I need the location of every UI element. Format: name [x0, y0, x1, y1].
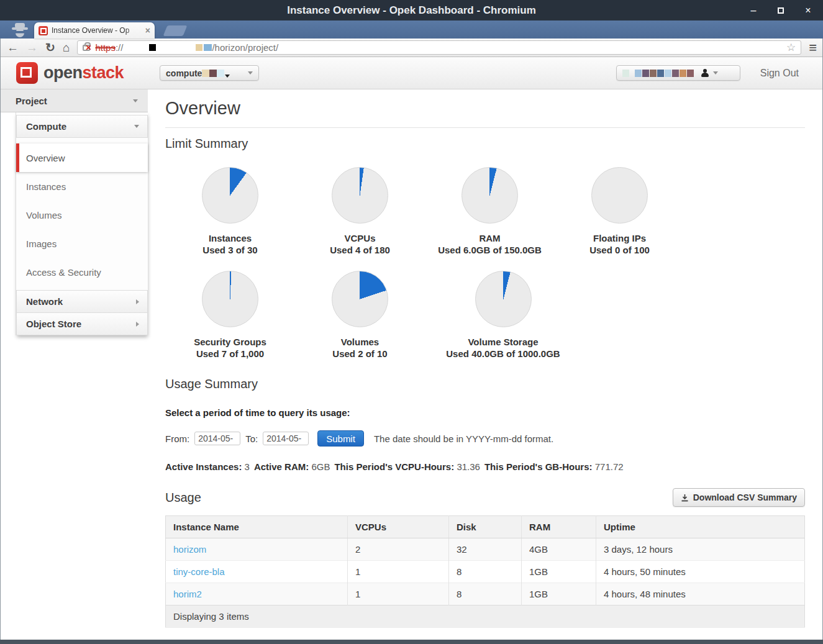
- table-header-row: Instance Name VCPUs Disk RAM Uptime: [166, 516, 805, 538]
- redaction-block: [672, 70, 679, 77]
- reload-icon[interactable]: ↻: [45, 42, 55, 53]
- cell-disk: 32: [449, 538, 522, 561]
- cell-disk: 8: [449, 561, 522, 583]
- limit-chart-security-groups: Security Groups Used 7 of 1,000: [165, 265, 295, 360]
- cell-disk: 8: [449, 583, 522, 605]
- pie-caption: Used 3 of 30: [202, 244, 257, 256]
- pie-caption: Used 0 of 100: [589, 244, 650, 256]
- col-ram: RAM: [522, 516, 596, 538]
- sidebar-section-object-store[interactable]: Object Store: [16, 312, 148, 335]
- to-label: To:: [245, 433, 258, 444]
- stat-value: 771.72: [595, 461, 624, 472]
- cell-vcpus: 1: [348, 561, 449, 583]
- download-icon: [681, 494, 689, 502]
- caret-down-icon: [225, 75, 230, 78]
- browser-menu-icon[interactable]: ≡: [809, 40, 816, 56]
- col-instance-name: Instance Name: [166, 516, 348, 538]
- usage-table: Instance Name VCPUs Disk RAM Uptime hori…: [165, 515, 805, 628]
- to-date-input[interactable]: [263, 432, 309, 445]
- period-form: From: To: Submit The date should be in Y…: [165, 430, 805, 447]
- pie-chart: [202, 271, 258, 327]
- submit-button[interactable]: Submit: [317, 430, 364, 447]
- close-button[interactable]: ×: [803, 6, 813, 16]
- cell-uptime: 3 days, 12 hours: [596, 538, 805, 561]
- cell-ram: 1GB: [522, 561, 596, 583]
- instance-link[interactable]: horim2: [173, 589, 202, 599]
- pie-chart: [332, 271, 388, 327]
- instance-link[interactable]: tiny-core-bla: [173, 566, 225, 577]
- sidebar: Project Compute Overview Instances Volum…: [1, 89, 148, 640]
- sidebar-network-label: Network: [26, 296, 63, 307]
- table-row: tiny-core-bla 1 8 1GB 4 hours, 50 minute…: [166, 561, 805, 583]
- page-title: Overview: [165, 89, 805, 128]
- stat-value: 3: [245, 461, 250, 472]
- sidebar-item-images[interactable]: Images: [16, 229, 148, 258]
- bookmark-star-icon[interactable]: ☆: [786, 41, 796, 54]
- sign-out-link[interactable]: Sign Out: [760, 68, 799, 79]
- logo-text-stack: stack: [83, 63, 124, 82]
- stat-label: Active RAM:: [254, 461, 309, 472]
- minimize-button[interactable]: –: [748, 6, 758, 16]
- redaction-block: [665, 70, 671, 77]
- pie-caption: Used 7 of 1,000: [196, 348, 264, 360]
- limit-chart-instances: Instances Used 3 of 30: [165, 161, 295, 256]
- pie-caption: Used 6.0GB of 150.0GB: [438, 244, 542, 256]
- sidebar-item-label: Overview: [26, 153, 65, 163]
- sidebar-section-network[interactable]: Network: [16, 290, 148, 313]
- bottom-window-bar: [0, 640, 823, 644]
- redaction-block: [680, 70, 686, 77]
- tab-title: Instance Overview - Op: [52, 26, 142, 35]
- pie-title: RAM: [479, 232, 500, 244]
- tab-strip: Instance Overview - Op ×: [0, 20, 823, 39]
- tab-close-icon[interactable]: ×: [145, 25, 150, 35]
- maximize-button[interactable]: [776, 6, 786, 16]
- table-row: horizom 2 32 4GB 3 days, 12 hours: [166, 538, 805, 561]
- table-footer-row: Displaying 3 items: [166, 605, 805, 628]
- home-icon[interactable]: ⌂: [63, 42, 70, 53]
- instance-link[interactable]: horizom: [173, 544, 206, 555]
- browser-toolbar: ← → ↻ ⌂ https :// /horizon/project/ ☆ ≡: [1, 39, 822, 57]
- sidebar-section-compute[interactable]: Compute: [16, 115, 148, 138]
- insecure-lock-icon: [83, 45, 90, 51]
- chevron-down-icon: [133, 99, 138, 102]
- cell-vcpus: 2: [348, 538, 449, 561]
- cell-vcpus: 1: [348, 583, 449, 605]
- chevron-right-icon: [136, 299, 139, 304]
- sidebar-item-volumes[interactable]: Volumes: [16, 201, 148, 229]
- sidebar-item-overview[interactable]: Overview: [16, 143, 148, 172]
- pie-chart: [591, 167, 648, 224]
- url-redaction-block: [204, 44, 212, 51]
- download-csv-label: Download CSV Summary: [693, 492, 797, 502]
- limit-summary-charts: Instances Used 3 of 30 VCPUs Used 4 of 1…: [165, 161, 805, 368]
- redaction-block: [650, 70, 657, 77]
- incognito-icon: [6, 22, 34, 40]
- chevron-right-icon: [136, 322, 139, 327]
- pie-caption: Used 40.0GB of 1000.0GB: [446, 348, 560, 360]
- from-date-input[interactable]: [194, 432, 240, 445]
- project-selector-label: compute: [166, 68, 202, 78]
- window-title: Instance Overview - Opek Dashboard - Chr…: [287, 4, 536, 17]
- redaction-block: [687, 70, 694, 77]
- forward-icon[interactable]: →: [26, 42, 38, 53]
- pie-title: Floating IPs: [593, 232, 646, 244]
- pie-caption: Used 4 of 180: [330, 244, 390, 256]
- redaction-block: [642, 70, 649, 77]
- usage-summary-heading: Usage Summary: [165, 377, 805, 391]
- browser-tab[interactable]: Instance Overview - Op ×: [34, 22, 155, 39]
- new-tab-button[interactable]: [163, 25, 188, 36]
- sidebar-project-header[interactable]: Project: [1, 89, 148, 112]
- user-dropdown[interactable]: [616, 65, 740, 81]
- cell-ram: 1GB: [522, 583, 596, 605]
- sidebar-item-instances[interactable]: Instances: [16, 172, 148, 201]
- back-icon[interactable]: ←: [7, 42, 19, 53]
- limit-chart-floating-ips: Floating IPs Used 0 of 100: [555, 161, 684, 256]
- project-selector-dropdown[interactable]: compute: [160, 65, 259, 81]
- download-csv-button[interactable]: Download CSV Summary: [673, 488, 805, 507]
- url-bar[interactable]: https :// /horizon/project/ ☆: [77, 40, 801, 55]
- sidebar-panel: Compute Overview Instances Volumes Image…: [16, 112, 148, 335]
- pie-chart: [475, 271, 532, 327]
- chevron-down-icon: [134, 125, 139, 128]
- stat-label: Active Instances:: [165, 461, 242, 472]
- sidebar-item-access-security[interactable]: Access & Security: [16, 258, 148, 286]
- limit-summary-heading: Limit Summary: [165, 137, 805, 151]
